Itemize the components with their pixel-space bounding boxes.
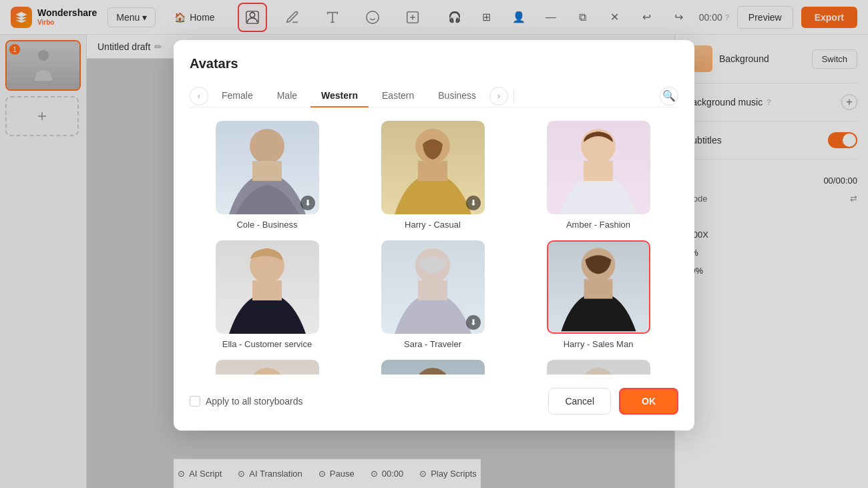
tab-western[interactable]: Western [310,85,369,107]
avatar-ella[interactable]: Ella - Customer service [190,240,345,349]
avatar-harry-sales-name: Harry - Sales Man [564,339,634,349]
avatar-ella-name: Ella - Customer service [222,339,312,349]
modal-overlay: Avatars ‹ Female Male Western Eastern Bu… [0,0,868,488]
svg-rect-26 [584,279,612,298]
avatar-amber-name: Amber - Fashion [566,220,630,230]
avatar-ella-image [216,240,319,334]
avatar-grid: ⬇ Cole - Business ⬇ Harry - Casual [190,121,678,375]
svg-point-15 [250,129,284,164]
avatar-cole[interactable]: ⬇ Cole - Business [190,121,345,230]
avatars-modal: Avatars ‹ Female Male Western Eastern Bu… [174,40,694,431]
avatar-harry-sales[interactable]: Harry - Sales Man [521,240,676,349]
apply-all-checkbox[interactable]: Apply to all storyboards [190,396,303,407]
svg-rect-22 [252,280,282,300]
avatar-p7-image [216,360,319,375]
svg-rect-18 [418,161,447,181]
download-icon: ⬇ [466,315,481,330]
search-icon[interactable]: 🔍 [660,87,678,105]
avatar-p9-image [547,360,650,375]
cancel-button[interactable]: Cancel [548,388,611,415]
avatar-harry-sales-image [547,240,650,334]
tab-male[interactable]: Male [266,85,308,107]
modal-title: Avatars [190,56,678,71]
svg-rect-16 [252,161,282,181]
svg-point-27 [250,368,284,375]
modal-footer: Apply to all storyboards Cancel OK [190,388,678,415]
apply-label: Apply to all storyboards [206,396,303,407]
avatar-sara-name: Sara - Traveler [404,339,461,349]
avatar-tabs: ‹ Female Male Western Eastern Business ›… [190,85,678,107]
avatar-sara[interactable]: ⬇ Sara - Traveler [355,240,510,349]
footer-buttons: Cancel OK [548,388,678,415]
avatar-cole-name: Cole - Business [236,220,297,230]
tab-eastern[interactable]: Eastern [371,85,425,107]
avatar-amber-image [547,121,650,214]
download-icon: ⬇ [300,196,315,210]
avatar-p8[interactable] [355,360,510,375]
avatar-p8-image [381,360,485,375]
checkbox-icon [190,396,200,407]
tab-female[interactable]: Female [211,85,264,107]
avatar-amber[interactable]: Amber - Fashion [521,121,676,230]
svg-point-29 [415,368,450,375]
tab-next-arrow[interactable]: › [489,87,508,105]
tab-divider [513,89,514,103]
tab-business[interactable]: Business [427,85,487,107]
download-icon: ⬇ [466,196,481,210]
avatar-harry-casual[interactable]: ⬇ Harry - Casual [355,121,510,230]
avatar-p9[interactable] [521,360,676,375]
avatar-sara-image: ⬇ [381,240,485,334]
avatar-cole-image: ⬇ [216,121,319,214]
avatar-harry-casual-image: ⬇ [381,121,485,214]
tab-prev-arrow[interactable]: ‹ [190,87,208,105]
ok-button[interactable]: OK [619,388,678,415]
svg-rect-24 [418,280,447,300]
svg-rect-20 [584,161,613,181]
avatar-harry-casual-name: Harry - Casual [405,220,461,230]
svg-point-31 [581,368,616,375]
avatar-p7[interactable] [190,360,345,375]
